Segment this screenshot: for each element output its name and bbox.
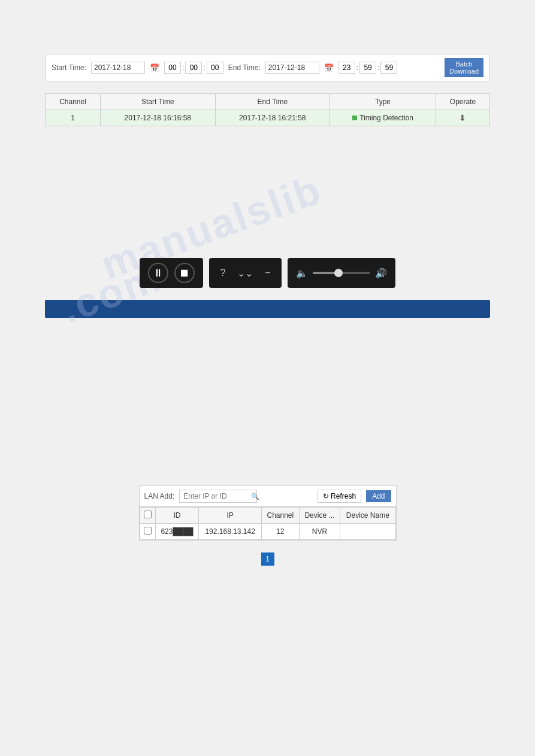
start-sec-input[interactable] — [207, 62, 223, 74]
lan-label: LAN Add: — [144, 492, 175, 500]
refresh-label: Refresh — [331, 492, 356, 500]
col-device-name: Device Name — [340, 508, 395, 524]
middle-controls-panel: ? ⌄⌄ − — [209, 258, 281, 288]
page-1-button[interactable]: 1 — [261, 552, 274, 566]
row-checkbox[interactable] — [144, 527, 152, 535]
type-color-dot — [352, 116, 357, 120]
cell-device-name — [340, 524, 395, 540]
cell-type: Timing Detection — [330, 110, 436, 126]
end-date-input[interactable] — [265, 62, 319, 74]
lan-section: LAN Add: 🔍 ↻ Refresh Add ID IP — [45, 485, 490, 541]
help-button[interactable]: ? — [217, 265, 228, 281]
lan-panel: LAN Add: 🔍 ↻ Refresh Add ID IP — [139, 485, 397, 541]
cell-channel: 1 — [46, 110, 101, 126]
volume-slider-track[interactable] — [313, 272, 370, 274]
add-button[interactable]: Add — [366, 490, 391, 502]
start-date-input[interactable] — [91, 62, 145, 74]
col-type: Type — [330, 94, 436, 110]
pause-button[interactable]: ⏸ — [148, 263, 168, 283]
lan-table-row: 623████ 192.168.13.142 12 NVR — [140, 524, 395, 540]
cell-id: 623████ — [155, 524, 199, 540]
lan-table: ID IP Channel Device ... Device Name 623… — [140, 507, 396, 540]
table-row: 1 2017-12-18 16:16:58 2017-12-18 16:21:5… — [46, 110, 490, 126]
end-time-inputs: : : — [338, 62, 398, 74]
col-channel: Channel — [46, 94, 101, 110]
start-calendar-icon[interactable]: 📅 — [150, 63, 159, 72]
volume-panel: 🔈 🔊 — [288, 258, 395, 288]
col-check — [140, 508, 155, 524]
batch-download-button[interactable]: BatchDownload — [445, 58, 483, 77]
recordings-table: Channel Start Time End Time Type Operate… — [45, 93, 490, 126]
start-min-input[interactable] — [185, 62, 202, 74]
download-icon[interactable]: ⬇ — [459, 113, 466, 123]
end-calendar-icon[interactable]: 📅 — [324, 63, 334, 72]
volume-slider-thumb — [334, 269, 343, 277]
chevron-button[interactable]: ⌄⌄ — [235, 265, 255, 281]
lan-search-input[interactable] — [179, 490, 257, 503]
cell-operate[interactable]: ⬇ — [436, 110, 489, 126]
row-checkbox-cell[interactable] — [140, 524, 155, 540]
col-id: ID — [155, 508, 199, 524]
lan-header: LAN Add: 🔍 ↻ Refresh Add — [140, 486, 396, 507]
start-time-inputs: : : — [164, 62, 223, 74]
minus-button[interactable]: − — [262, 265, 273, 281]
pagination: 1 — [45, 552, 490, 566]
stop-button[interactable]: ⏹ — [174, 263, 195, 283]
refresh-button[interactable]: ↻ Refresh — [318, 490, 361, 503]
cell-device-type: NVR — [299, 524, 340, 540]
col-end-time: End Time — [215, 94, 330, 110]
select-all-checkbox[interactable] — [144, 511, 152, 518]
pause-stop-panel: ⏸ ⏹ — [140, 258, 203, 288]
end-min-input[interactable] — [359, 62, 376, 74]
end-hour-input[interactable] — [338, 62, 355, 74]
cell-ip: 192.168.13.142 — [199, 524, 262, 540]
col-start-time: Start Time — [101, 94, 216, 110]
type-label: Timing Detection — [359, 114, 413, 122]
volume-high-icon: 🔊 — [375, 268, 387, 279]
start-hour-input[interactable] — [164, 62, 181, 74]
volume-low-icon: 🔈 — [296, 268, 308, 279]
playback-controls: ⏸ ⏹ ? ⌄⌄ − 🔈 🔊 — [45, 258, 490, 288]
start-time-label: Start Time: — [52, 63, 86, 72]
cell-start-time: 2017-12-18 16:16:58 — [101, 110, 216, 126]
end-sec-input[interactable] — [380, 62, 397, 74]
progress-bar[interactable] — [45, 300, 490, 318]
end-time-label: End Time: — [228, 63, 261, 72]
col-ip: IP — [199, 508, 262, 524]
refresh-icon: ↻ — [323, 492, 329, 500]
col-operate: Operate — [436, 94, 489, 110]
cell-channel: 12 — [262, 524, 300, 540]
col-device-type: Device ... — [299, 508, 340, 524]
col-channel: Channel — [262, 508, 300, 524]
search-bar: Start Time: 📅 : : End Time: 📅 : : BatchD… — [45, 54, 490, 81]
search-icon: 🔍 — [251, 493, 259, 500]
cell-end-time: 2017-12-18 16:21:58 — [215, 110, 330, 126]
